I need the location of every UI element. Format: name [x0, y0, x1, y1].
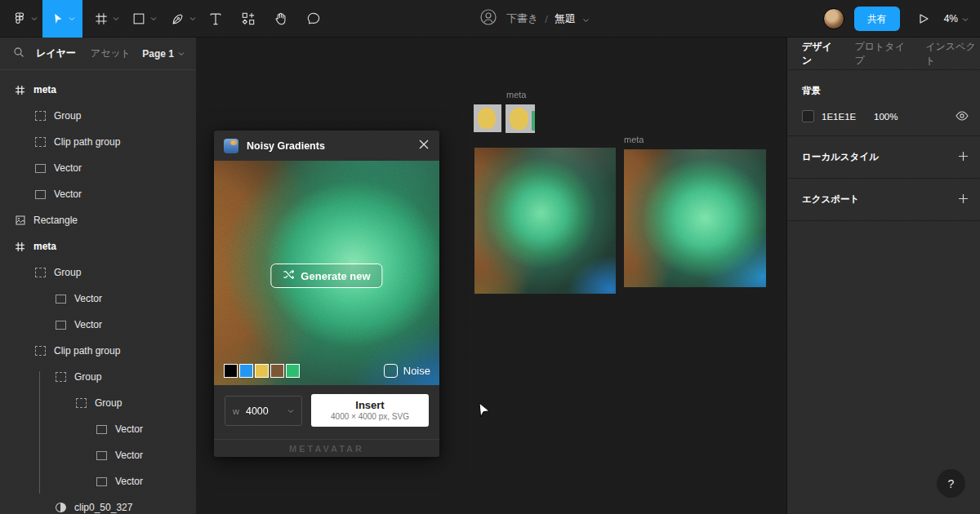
- help-button[interactable]: ?: [937, 469, 965, 498]
- generate-new-button[interactable]: Generate new: [270, 264, 382, 288]
- move-cursor-icon: [51, 11, 65, 26]
- vector-layer-icon: [96, 477, 107, 486]
- chevron-down-icon: [113, 16, 119, 21]
- layer-row-meta[interactable]: meta: [0, 77, 196, 103]
- file-name-label[interactable]: 無題: [555, 11, 576, 26]
- background-hex-value[interactable]: 1E1E1E: [822, 112, 874, 122]
- canvas[interactable]: meta meta Noisy Gradients: [196, 38, 786, 514]
- project-folder-label[interactable]: 下書き: [506, 11, 538, 26]
- noise-checkbox[interactable]: [384, 364, 398, 378]
- tab-inspect[interactable]: インスペクト: [925, 40, 980, 68]
- breadcrumb-separator: /: [545, 13, 548, 25]
- layer-row-vector[interactable]: Vector: [0, 286, 196, 312]
- color-swatch-1[interactable]: [224, 364, 238, 378]
- plugin-title: Noisy Gradients: [247, 140, 418, 152]
- background-opacity-value[interactable]: 100%: [874, 112, 898, 122]
- layer-row-group[interactable]: Group: [0, 364, 196, 390]
- layer-row-vector[interactable]: Vector: [0, 155, 196, 181]
- add-style-button[interactable]: [958, 151, 969, 163]
- zoom-level-label: 4%: [944, 13, 958, 24]
- tab-design[interactable]: デザイン: [802, 40, 839, 68]
- tab-prototype[interactable]: プロトタイプ: [855, 40, 910, 68]
- mask-layer-icon: [56, 503, 66, 512]
- document-title-area: 下書き / 無題: [479, 0, 590, 38]
- text-tool-button[interactable]: [204, 0, 227, 38]
- tab-layers[interactable]: レイヤー: [36, 47, 76, 60]
- chevron-down-icon: [69, 16, 75, 21]
- eye-icon[interactable]: [956, 109, 969, 124]
- gradient-artwork-2[interactable]: [624, 149, 766, 287]
- layer-row-vector[interactable]: Vector: [0, 312, 196, 338]
- group-layer-icon: [35, 111, 46, 121]
- layer-row-group[interactable]: Group: [0, 103, 196, 129]
- frame-layer-icon: [15, 241, 25, 252]
- layer-row-vector[interactable]: Vector: [0, 442, 196, 468]
- image-layer-icon: [15, 215, 25, 226]
- layer-name: Vector: [115, 423, 143, 435]
- layer-row-clip-path-group[interactable]: Clip path group: [0, 129, 196, 155]
- close-icon[interactable]: [418, 139, 430, 153]
- user-avatar[interactable]: [823, 8, 844, 29]
- components-icon: [240, 11, 256, 27]
- width-field-value[interactable]: 4000: [246, 405, 281, 417]
- main-menu-button[interactable]: [7, 0, 42, 38]
- color-swatch-3[interactable]: [255, 364, 269, 378]
- object-label[interactable]: meta: [624, 135, 644, 144]
- account-avatar-icon[interactable]: [479, 7, 498, 30]
- hand-tool-icon: [273, 11, 289, 27]
- hand-tool-button[interactable]: [270, 0, 292, 38]
- layer-row-clip-path-group[interactable]: Clip path group: [0, 338, 196, 364]
- layer-name: meta: [33, 241, 56, 252]
- pen-tool-button[interactable]: [163, 0, 203, 38]
- move-tool-button[interactable]: [42, 0, 82, 38]
- canvas-object-thumbnail-1[interactable]: [474, 104, 501, 132]
- chevron-down-icon: [150, 16, 157, 21]
- present-button[interactable]: [911, 7, 936, 31]
- share-button[interactable]: 共有: [854, 7, 900, 31]
- layer-row-rectangle[interactable]: Rectangle: [0, 207, 196, 233]
- comment-tool-button[interactable]: [302, 0, 325, 38]
- breadcrumb[interactable]: 下書き / 無題: [506, 11, 590, 26]
- insert-button[interactable]: Insert 4000 × 4000 px, SVG: [311, 394, 429, 427]
- layer-row-meta[interactable]: meta: [0, 233, 196, 259]
- gradient-preview[interactable]: Generate new Noise: [214, 161, 439, 385]
- layer-name: Vector: [54, 162, 82, 174]
- width-field[interactable]: w 4000: [225, 396, 302, 426]
- background-color-chip[interactable]: [802, 110, 814, 122]
- resources-tool-button[interactable]: [237, 0, 260, 38]
- color-swatch-4[interactable]: [270, 364, 284, 378]
- layer-row-vector[interactable]: Vector: [0, 468, 196, 494]
- local-styles-title: ローカルスタイル: [802, 151, 879, 163]
- tab-assets[interactable]: アセット: [91, 47, 131, 60]
- layer-row-clip0-50-327[interactable]: clip0_50_327: [0, 494, 196, 514]
- search-icon[interactable]: [13, 47, 24, 61]
- width-field-label: w: [233, 406, 239, 416]
- group-layer-icon: [35, 346, 46, 356]
- layer-row-vector[interactable]: Vector: [0, 181, 196, 207]
- object-label[interactable]: meta: [506, 90, 526, 100]
- chevron-down-icon[interactable]: [582, 13, 590, 25]
- layer-name: Rectangle: [33, 215, 78, 226]
- layer-name: meta: [33, 84, 56, 95]
- color-swatch-5[interactable]: [286, 364, 300, 378]
- frame-tool-button[interactable]: [87, 0, 126, 38]
- chevron-down-icon: [189, 16, 196, 21]
- noise-toggle[interactable]: Noise: [384, 364, 430, 378]
- layer-row-group[interactable]: Group: [0, 390, 196, 416]
- zoom-menu[interactable]: 4%: [944, 13, 969, 24]
- color-swatch-2[interactable]: [239, 364, 253, 378]
- plugin-header[interactable]: Noisy Gradients: [214, 131, 439, 161]
- page-selector[interactable]: Page 1: [142, 48, 185, 60]
- canvas-object-thumbnail-2[interactable]: [506, 104, 535, 133]
- chevron-down-icon[interactable]: [287, 409, 294, 414]
- chevron-down-icon: [962, 13, 969, 24]
- group-layer-icon: [35, 137, 46, 147]
- layer-name: Group: [74, 371, 101, 383]
- layer-row-group[interactable]: Group: [0, 259, 196, 286]
- shape-tool-button[interactable]: [124, 0, 163, 38]
- plugin-window: Noisy Gradients Generate new: [214, 131, 439, 457]
- gradient-artwork-1[interactable]: [474, 148, 616, 294]
- layer-name: Vector: [115, 450, 143, 461]
- layer-row-vector[interactable]: Vector: [0, 416, 196, 442]
- add-export-button[interactable]: [958, 193, 969, 206]
